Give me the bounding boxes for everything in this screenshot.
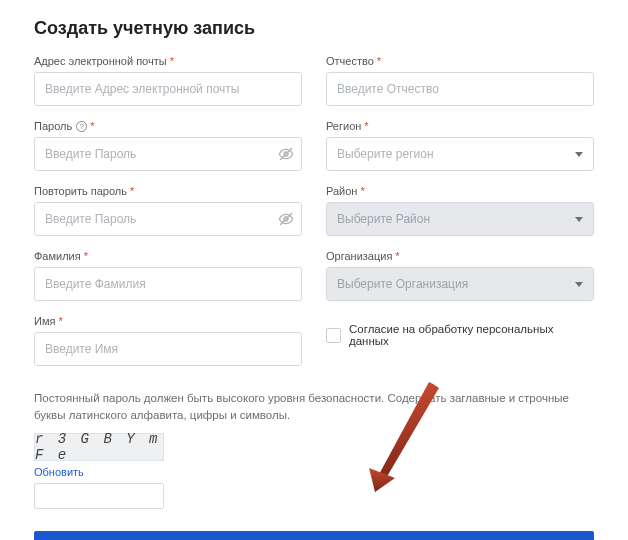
region-field-group: Регион * Выберите регион [326,120,594,171]
chevron-down-icon [575,152,583,157]
district-select[interactable]: Выберите Район [326,202,594,236]
password2-input[interactable] [34,202,302,236]
email-input[interactable] [34,72,302,106]
captcha-block: r 3 G B Y m F e Обновить [34,433,594,509]
firstname-label-text: Имя [34,315,55,327]
consent-checkbox[interactable] [326,328,341,343]
firstname-input[interactable] [34,332,302,366]
org-select[interactable]: Выберите Организация [326,267,594,301]
consent-field-group: Согласие на обработку персональных данны… [326,315,594,366]
email-field-group: Адрес электронной почты * [34,55,302,106]
password-label: Пароль ? * [34,120,302,132]
info-icon: ? [76,121,87,132]
captcha-image: r 3 G B Y m F e [34,433,164,461]
consent-label: Согласие на обработку персональных данны… [349,323,594,347]
submit-button[interactable]: Зарегистрироваться [34,531,594,540]
required-asterisk: * [395,250,399,262]
password2-field-group: Повторить пароль * [34,185,302,236]
lastname-label: Фамилия * [34,250,302,262]
registration-form: Адрес электронной почты * Отчество * Пар… [34,55,594,366]
password-field-group: Пароль ? * [34,120,302,171]
region-select[interactable]: Выберите регион [326,137,594,171]
district-label: Район * [326,185,594,197]
org-field-group: Организация * Выберите Организация [326,250,594,301]
patronymic-label: Отчество * [326,55,594,67]
required-asterisk: * [364,120,368,132]
org-label: Организация * [326,250,594,262]
lastname-label-text: Фамилия [34,250,81,262]
email-label: Адрес электронной почты * [34,55,302,67]
required-asterisk: * [90,120,94,132]
patronymic-label-text: Отчество [326,55,374,67]
eye-icon[interactable] [278,146,294,162]
lastname-input[interactable] [34,267,302,301]
password-hint: Постоянный пароль должен быть высокого у… [34,390,594,423]
required-asterisk: * [170,55,174,67]
patronymic-field-group: Отчество * [326,55,594,106]
eye-icon[interactable] [278,211,294,227]
password-input[interactable] [34,137,302,171]
org-label-text: Организация [326,250,392,262]
district-field-group: Район * Выберите Район [326,185,594,236]
chevron-down-icon [575,282,583,287]
captcha-input[interactable] [34,483,164,509]
region-label-text: Регион [326,120,361,132]
password-label-text: Пароль [34,120,72,132]
required-asterisk: * [360,185,364,197]
chevron-down-icon [575,217,583,222]
patronymic-input[interactable] [326,72,594,106]
region-label: Регион * [326,120,594,132]
district-select-value: Выберите Район [337,212,430,226]
district-label-text: Район [326,185,357,197]
required-asterisk: * [84,250,88,262]
org-select-value: Выберите Организация [337,277,468,291]
lastname-field-group: Фамилия * [34,250,302,301]
password2-label-text: Повторить пароль [34,185,127,197]
page-title: Создать учетную запись [34,18,594,39]
firstname-label: Имя * [34,315,302,327]
required-asterisk: * [130,185,134,197]
captcha-refresh-link[interactable]: Обновить [34,466,84,478]
email-label-text: Адрес электронной почты [34,55,167,67]
password2-label: Повторить пароль * [34,185,302,197]
region-select-value: Выберите регион [337,147,434,161]
required-asterisk: * [377,55,381,67]
firstname-field-group: Имя * [34,315,302,366]
required-asterisk: * [58,315,62,327]
